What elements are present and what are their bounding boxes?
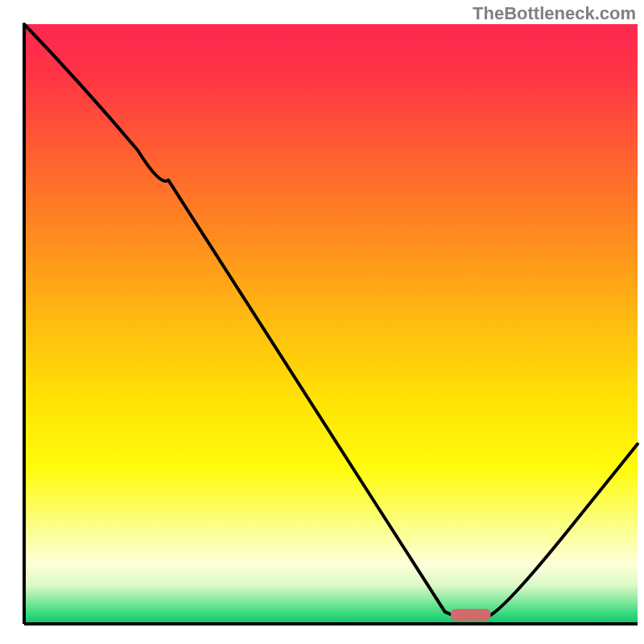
watermark-text: TheBottleneck.com bbox=[473, 3, 636, 24]
chart-plot bbox=[0, 0, 644, 644]
plot-background bbox=[24, 24, 638, 624]
chart-container: TheBottleneck.com bbox=[0, 0, 644, 644]
trough-marker bbox=[451, 609, 491, 621]
